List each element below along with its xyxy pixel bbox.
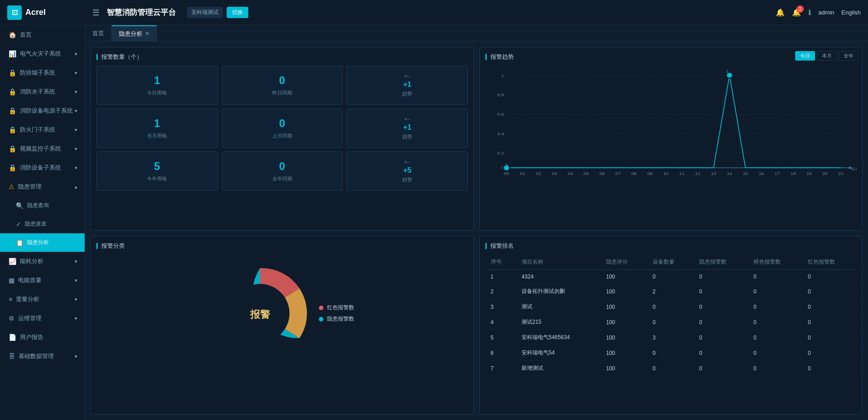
sidebar-item-home[interactable]: 🏠 首页 <box>0 25 85 44</box>
trend-value: +5 <box>403 166 411 175</box>
sidebar-item-fire-door[interactable]: 🔒 防火门子系统 ▾ <box>0 120 85 139</box>
sidebar-label-fire-equip: 消防设备子系统 <box>20 164 61 172</box>
chart-filter-btn[interactable]: 今日 <box>795 51 815 61</box>
stats-grid: 1 今日用电0 昨日同期 +-- +1 趋势 1 当月用电0 <box>96 66 468 191</box>
table-cell: 6 <box>485 345 517 361</box>
table-cell: 2 <box>485 284 517 299</box>
arrow-icon-13: ▾ <box>75 354 77 359</box>
lock-icon-2: 🔒 <box>9 88 16 95</box>
sidebar-item-electric-fire[interactable]: 📊 电气火灾子系统 ▾ <box>0 44 85 63</box>
table-row: 2设备拓扑测试勿删1002000 <box>485 284 857 299</box>
table-cell: 0 <box>694 270 748 284</box>
lock-icon-5: 🔒 <box>9 145 16 152</box>
table-head: 序号项目名称隐患评分设备数量隐患报警数橙色报警数红色报警数 <box>485 255 857 270</box>
sidebar-item-energy-analysis[interactable]: 📈 能耗分析 ▾ <box>0 252 85 271</box>
settings-icon[interactable]: ℹ <box>808 8 811 17</box>
lock-icon-3: 🔒 <box>9 107 16 114</box>
tab-analysis[interactable]: 隐患分析 ✕ <box>112 25 157 42</box>
tab-home-label: 首页 <box>92 29 104 38</box>
table-cell: 0 <box>647 270 694 284</box>
legend-label-cyan: 隐患报警数 <box>327 315 354 323</box>
sidebar-item-power-quality[interactable]: ▦ 电能质量 ▾ <box>0 271 85 290</box>
menu-toggle-icon[interactable]: ☰ <box>92 8 100 18</box>
trend-label: 趋势 <box>402 90 412 97</box>
search-icon: 🔍 <box>16 202 24 209</box>
header-title: 智慧消防管理云平台 <box>107 7 176 18</box>
trend-line: +-- <box>404 116 410 122</box>
svg-text:21: 21 <box>838 171 844 176</box>
sidebar-item-video[interactable]: 🔒 视频监控子系统 ▾ <box>0 139 85 158</box>
sidebar-item-ops-mgmt[interactable]: ⚙ 运维管理 ▾ <box>0 309 85 328</box>
table-row: 3测试1000000 <box>485 299 857 315</box>
sidebar-item-user-report[interactable]: 📄 用户报告 <box>0 328 85 347</box>
legend-label-red: 红色报警数 <box>327 304 354 311</box>
sidebar-item-hazard-analysis[interactable]: 📋 隐患分析 <box>0 233 85 252</box>
table-cell: 100 <box>601 299 647 315</box>
sidebar-item-hazard-query[interactable]: 🔍 隐患查询 <box>0 196 85 215</box>
arrow-icon-5: ▾ <box>75 127 77 133</box>
svg-text:0.05: 0.05 <box>851 166 857 171</box>
notification-icon[interactable]: 🔔 2 <box>792 8 801 17</box>
table-cell: 100 <box>601 315 647 330</box>
warn-icon: ⚠ <box>9 183 14 190</box>
trend-label: 趋势 <box>402 133 412 140</box>
table-cell: 4 <box>485 315 517 330</box>
sidebar-label-fire-water: 消防水子系统 <box>20 88 55 96</box>
chart-filter-btn[interactable]: 本月 <box>817 51 837 61</box>
chart-icon: 📈 <box>9 258 16 265</box>
sidebar-item-fire-suppress[interactable]: 🔒 防排烟子系统 ▾ <box>0 63 85 82</box>
sidebar-label-ops-mgmt: 运维管理 <box>18 314 42 322</box>
table-cell: 0 <box>748 361 802 376</box>
sidebar-item-demand-analysis[interactable]: ≡ 需量分析 ▾ <box>0 290 85 309</box>
tab-close-icon[interactable]: ✕ <box>145 31 149 37</box>
sidebar-label-basic-data: 基础数据管理 <box>19 352 54 360</box>
sidebar-item-basic-data[interactable]: 🗄 基础数据管理 ▾ <box>0 347 85 366</box>
ranking-table: 序号项目名称隐患评分设备数量隐患报警数橙色报警数红色报警数 1432410000… <box>485 255 857 376</box>
stat-card: +-- +5 趋势 <box>346 151 468 191</box>
sidebar-label-fire-power: 消防设备电源子系统 <box>20 107 73 115</box>
tab-home[interactable]: 首页 <box>85 26 112 41</box>
sidebar-item-fire-equip[interactable]: 🔒 消防设备子系统 ▾ <box>0 158 85 177</box>
speaker-icon[interactable]: 🔔 <box>776 8 785 17</box>
switch-button[interactable]: 切换 <box>227 7 248 18</box>
table-cell: 测试 <box>516 299 601 315</box>
logo-text: Acrel <box>25 8 46 17</box>
table-header-cell: 设备数量 <box>647 255 694 270</box>
legend-red: 红色报警数 <box>319 304 354 311</box>
table-header-row: 序号项目名称隐患评分设备数量隐患报警数橙色报警数红色报警数 <box>485 255 857 270</box>
table-header-cell: 项目名称 <box>516 255 601 270</box>
arrow-icon-2: ▾ <box>75 70 77 76</box>
sidebar-label-hazard-analysis: 隐患分析 <box>27 239 49 246</box>
svg-text:1: 1 <box>501 73 504 78</box>
lock-icon-6: 🔒 <box>9 164 16 171</box>
table-row: 5安科瑞电气54656341003000 <box>485 330 857 345</box>
logo-icon: ⊡ <box>7 5 22 20</box>
arrow-icon-3: ▾ <box>75 89 77 95</box>
gear-icon: ⚙ <box>9 315 14 322</box>
stat-card: 1 今日用电 <box>96 66 218 105</box>
arrow-icon-12: ▾ <box>75 316 77 321</box>
trend-value: +1 <box>403 80 411 89</box>
sidebar-item-fire-power[interactable]: 🔒 消防设备电源子系统 ▾ <box>0 101 85 120</box>
stat-value: 0 <box>279 117 285 130</box>
arrow-icon-11: ▾ <box>75 297 77 302</box>
sidebar-item-fire-water[interactable]: 🔒 消防水子系统 ▾ <box>0 82 85 101</box>
lock-icon-1: 🔒 <box>9 69 16 76</box>
sidebar-item-hazard-mgmt[interactable]: ⚠ 隐患管理 ▴ <box>0 177 85 196</box>
stat-trend: +-- +1 趋势 <box>402 116 412 140</box>
language-selector[interactable]: English <box>841 9 861 16</box>
table-cell: 0 <box>647 345 694 361</box>
stat-card: 1 当月用电 <box>96 109 218 148</box>
table-cell: 0 <box>802 315 857 330</box>
header-right: 🔔 🔔 2 ℹ admin English <box>776 8 861 17</box>
chart-filter-btn[interactable]: 全年 <box>839 51 859 61</box>
table-cell: 1 <box>485 270 517 284</box>
ranking-table-container[interactable]: 序号项目名称隐患评分设备数量隐患报警数橙色报警数红色报警数 1432410000… <box>485 255 857 376</box>
main-body: 🏠 首页 📊 电气火灾子系统 ▾ 🔒 防排烟子系统 ▾ 🔒 消防水子系统 ▾ 🔒… <box>0 25 868 420</box>
trend-line: +-- <box>404 73 410 79</box>
table-row: 4测试2151000000 <box>485 315 857 330</box>
svg-text:01: 01 <box>520 171 525 176</box>
sidebar-item-hazard-dispatch[interactable]: ✓ 隐患派发 <box>0 215 85 233</box>
legend-cyan: 隐患报警数 <box>319 315 354 323</box>
table-cell: 0 <box>694 299 748 315</box>
